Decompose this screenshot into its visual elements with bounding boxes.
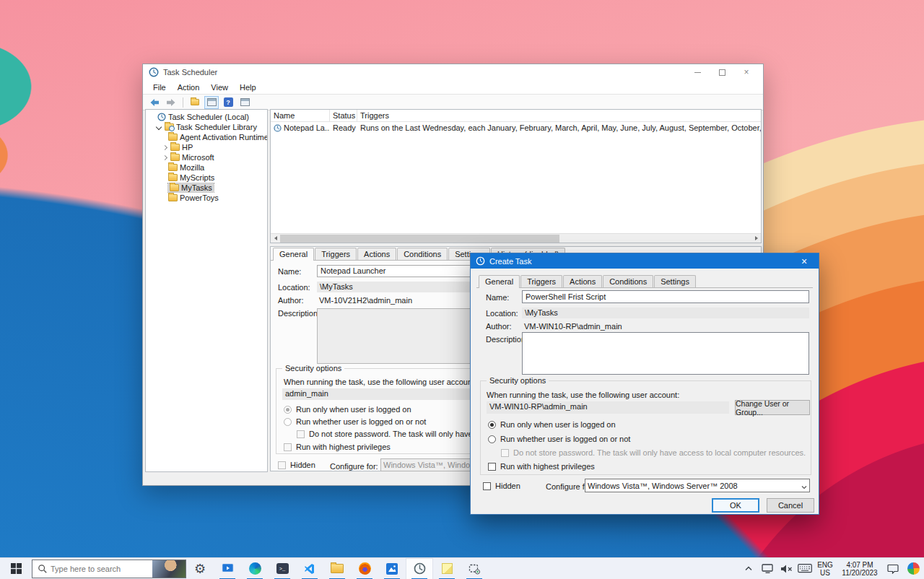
task-name: Notepad La... [284,123,330,132]
tab-actions[interactable]: Actions [357,248,396,260]
tab-conditions[interactable]: Conditions [603,275,653,287]
tree-item-task-scheduler-local[interactable]: Task Scheduler (Local) [146,112,267,122]
taskbar-settings[interactable]: ⚙ [186,558,214,579]
tree-item-myscripts[interactable]: MyScripts [146,173,267,183]
radio-icon[interactable] [284,406,292,414]
name-label: Name: [278,267,301,276]
menu-action[interactable]: Action [172,83,206,92]
taskbar-firefox[interactable] [351,558,378,579]
terminal-icon: >_ [276,563,289,574]
checkbox-highest-privileges[interactable]: Run with highest privileges [284,443,391,451]
tab-general[interactable]: General [273,248,314,261]
tree-item-mytasks[interactable]: MyTasks [146,183,267,193]
checkbox-hidden[interactable]: Hidden [483,482,520,490]
tree-item-label: PowerToys [180,193,219,202]
radio-icon[interactable] [488,435,496,443]
radio-icon[interactable] [488,421,496,429]
checkbox-icon[interactable] [501,449,509,457]
scrollbar-thumb[interactable] [280,235,559,243]
volume-muted-icon[interactable] [777,558,796,579]
standard-view-icon[interactable] [237,96,252,109]
forward-icon[interactable] [164,96,178,109]
checkbox-highest-privileges[interactable]: Run with highest privileges [488,462,595,471]
title-bar[interactable]: Task Scheduler × [143,64,763,80]
scroll-left-icon[interactable] [271,234,280,243]
radio-run-whether[interactable]: Run whether user is logged on or not [284,417,426,426]
help-icon[interactable]: ? [221,96,235,109]
description-input[interactable] [522,332,809,375]
tab-conditions[interactable]: Conditions [397,248,448,260]
network-icon[interactable] [758,558,777,579]
open-folder-icon[interactable] [188,96,202,109]
tab-settings[interactable]: Settings [654,275,696,287]
chevron-expanded-icon[interactable] [155,122,162,132]
radio-run-whether[interactable]: Run whether user is logged on or not [488,435,630,443]
tree-item-task-scheduler-library[interactable]: Task Scheduler Library [146,122,267,132]
horizontal-scrollbar[interactable] [271,233,761,243]
checkbox-icon[interactable] [483,482,491,490]
taskbar-vscode[interactable] [296,558,323,579]
taskbar-terminal[interactable]: >_ [269,558,296,579]
account-value: VM-WIN10-RP\admin_main [487,401,729,414]
gear-icon: ⚙ [194,562,206,575]
copilot-icon[interactable] [902,558,924,579]
tree-item-mozilla[interactable]: Mozilla [146,162,267,173]
touch-keyboard-icon[interactable] [796,558,814,579]
column-status[interactable]: Status [330,110,357,121]
checkbox-icon[interactable] [284,443,292,451]
tray-clock[interactable]: 4:07 PM 11/20/2023 [836,561,884,577]
taskbar-photos[interactable] [378,558,406,579]
checkbox-hidden[interactable]: Hidden [278,461,315,469]
taskbar-sticky-notes[interactable] [433,558,461,579]
radio-icon[interactable] [284,418,292,426]
menu-file[interactable]: File [147,83,172,92]
tab-actions[interactable]: Actions [563,275,602,287]
news-interest-thumbnail[interactable] [152,560,186,578]
show-console-tree-icon[interactable] [204,96,219,109]
radio-label: Run only when user is logged on [296,405,411,414]
cancel-button[interactable]: Cancel [767,498,814,513]
tree-item-microsoft[interactable]: Microsoft [146,152,267,162]
checkbox-icon[interactable] [278,461,286,469]
tree-item-powertoys[interactable]: PowerToys [146,193,267,203]
ok-button[interactable]: OK [712,498,759,513]
configure-for-dropdown[interactable]: Windows Vista™, Windows Server™ 2008 [585,479,810,492]
checkbox-no-password[interactable]: Do not store password. The task will onl… [501,448,806,457]
name-input[interactable] [522,290,809,303]
tree-item-agent-activation-runtime[interactable]: Agent Activation Runtime [146,132,267,142]
chevron-collapsed-icon[interactable] [161,142,168,152]
radio-run-logged-on[interactable]: Run only when user is logged on [284,405,411,414]
tray-chevron-up-icon[interactable] [739,558,758,579]
taskbar-edge[interactable] [241,558,269,579]
start-button[interactable] [0,558,32,579]
tree-item-hp[interactable]: HP [146,142,267,152]
notification-center-icon[interactable] [884,558,902,579]
tab-triggers[interactable]: Triggers [520,275,562,287]
language-indicator[interactable]: ENG US [814,561,836,577]
task-row-notepad-launcher[interactable]: Notepad La... Ready Runs on the Last Wed… [271,122,761,134]
tab-triggers[interactable]: Triggers [315,248,357,260]
dialog-close-icon[interactable]: × [795,256,814,267]
dialog-title-bar[interactable]: Create Task × [471,253,819,269]
taskbar-movies-tv[interactable] [214,558,241,579]
change-user-button[interactable]: Change User or Group... [735,400,810,415]
maximize-button[interactable] [711,66,733,79]
tab-general[interactable]: General [479,275,520,288]
column-name[interactable]: Name [271,110,330,121]
taskbar-search[interactable] [32,560,186,578]
minimize-button[interactable] [687,66,708,79]
menu-help[interactable]: Help [234,83,262,92]
scroll-right-icon[interactable] [751,234,761,243]
radio-run-logged-on[interactable]: Run only when user is logged on [488,420,616,429]
taskbar-file-explorer[interactable] [323,558,351,579]
menu-view[interactable]: View [205,83,234,92]
back-icon[interactable] [147,96,162,109]
search-input[interactable] [48,565,152,573]
checkbox-icon[interactable] [297,430,305,438]
taskbar-snipping-tool[interactable] [461,558,488,579]
taskbar-task-scheduler[interactable] [406,558,433,579]
close-button[interactable]: × [736,66,757,79]
column-triggers[interactable]: Triggers [357,110,761,121]
chevron-collapsed-icon[interactable] [161,152,168,162]
checkbox-icon[interactable] [488,463,496,471]
